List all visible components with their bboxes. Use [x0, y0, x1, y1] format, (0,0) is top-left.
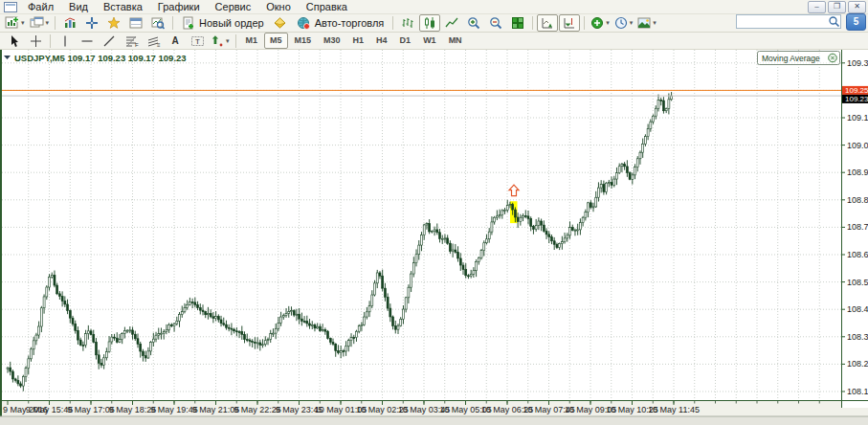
timeframe-m5-button[interactable]: M5: [264, 33, 288, 49]
menu-item-справка[interactable]: Справка: [299, 1, 355, 13]
timeframe-h1-button[interactable]: H1: [347, 33, 370, 49]
periods-clock-icon: [614, 16, 628, 30]
zoom-out-button[interactable]: [485, 14, 506, 32]
autotrading-button[interactable]: Авто-торговля: [292, 14, 389, 32]
trendline-button[interactable]: [99, 33, 120, 50]
channels-button[interactable]: ≡: [143, 33, 164, 50]
horizontal-line-button[interactable]: [77, 33, 98, 50]
timeframe-m15-button[interactable]: M15: [289, 33, 318, 49]
arrows-icon: [211, 34, 224, 48]
periods-dropdown[interactable]: ▾: [612, 14, 635, 32]
svg-text:9 May 21:05: 9 May 21:05: [192, 405, 240, 414]
search-icon[interactable]: [828, 15, 840, 28]
chart-shift-toggle[interactable]: [559, 14, 580, 32]
svg-text:109.15: 109.15: [847, 113, 868, 123]
arrows-dropdown[interactable]: ▾: [209, 33, 232, 50]
timeframe-m1-button[interactable]: M1: [240, 33, 264, 49]
strategy-tester-toggle[interactable]: [147, 14, 168, 32]
metaeditor-button[interactable]: [270, 14, 291, 32]
text-button[interactable]: A: [165, 33, 186, 50]
menu-item-вид[interactable]: Вид: [61, 1, 96, 13]
autotrading-icon: [297, 16, 311, 30]
svg-text:108.85: 108.85: [847, 195, 868, 205]
fibonacci-button[interactable]: F: [121, 33, 142, 50]
horizontal-line-icon: [80, 34, 94, 48]
mql5-community-button[interactable]: 5: [846, 13, 866, 31]
menu-item-файл[interactable]: Файл: [20, 1, 61, 13]
separator: [235, 34, 236, 48]
zoom-in-button[interactable]: [463, 14, 484, 32]
svg-text:9 May 17:05: 9 May 17:05: [67, 405, 115, 414]
new-chart-button[interactable]: ▾: [3, 14, 27, 32]
menu-item-сервис[interactable]: Сервис: [208, 1, 259, 13]
timeframe-d1-button[interactable]: D1: [394, 33, 417, 49]
chevron-down-icon: ▾: [653, 19, 657, 27]
market-watch-toggle[interactable]: [59, 14, 80, 32]
separator: [172, 16, 173, 30]
vertical-line-button[interactable]: [55, 33, 76, 50]
navigator-toggle[interactable]: [103, 14, 124, 32]
indicator-label: Moving Average: [762, 54, 820, 63]
timeframe-m30-button[interactable]: M30: [318, 33, 346, 49]
svg-text:T: T: [195, 37, 200, 46]
chevron-down-icon: ▾: [46, 19, 50, 27]
profiles-icon: [30, 16, 44, 30]
menu-item-окно[interactable]: Окно: [258, 1, 299, 13]
indicators-icon: [590, 16, 604, 30]
new-order-label: Новый ордер: [199, 17, 264, 29]
separator: [584, 16, 585, 30]
bar-chart-type-button[interactable]: [397, 14, 418, 32]
new-order-button[interactable]: Новый ордер: [177, 14, 269, 32]
minimize-button[interactable]: –: [808, 1, 826, 13]
line-chart-icon: [445, 16, 458, 30]
price-chart[interactable]: 109.35109.25109.15109.05108.95108.85108.…: [0, 50, 868, 425]
data-window-toggle[interactable]: [81, 14, 102, 32]
vertical-line-icon: [59, 34, 71, 48]
search-input[interactable]: [737, 15, 828, 28]
cursor-button[interactable]: [3, 33, 24, 50]
templates-dropdown[interactable]: ▾: [635, 14, 658, 32]
chevron-down-icon: ▾: [630, 19, 634, 27]
auto-scroll-toggle[interactable]: [537, 14, 558, 32]
separator: [392, 16, 393, 30]
svg-text:108.15: 108.15: [847, 387, 868, 396]
svg-text:108.65: 108.65: [847, 250, 868, 259]
separator: [55, 16, 56, 30]
crosshair-button[interactable]: [25, 33, 46, 50]
indicators-dropdown[interactable]: ▾: [589, 14, 612, 32]
chart-window-icon[interactable]: [4, 2, 17, 12]
crosshair-icon: [30, 34, 42, 48]
restore-button[interactable]: ❐: [828, 1, 846, 13]
terminal-toggle[interactable]: [125, 14, 146, 32]
svg-text:9 May 15:45: 9 May 15:45: [26, 405, 74, 414]
timeframe-w1-button[interactable]: W1: [417, 33, 442, 49]
menu-item-вставка[interactable]: Вставка: [96, 1, 150, 13]
svg-text:108.35: 108.35: [847, 332, 868, 342]
bar-chart-icon: [401, 16, 414, 30]
auto-scroll-icon: [541, 16, 554, 30]
close-button[interactable]: ✕: [848, 1, 866, 13]
text-label-button[interactable]: T: [187, 33, 208, 50]
line-chart-type-button[interactable]: [441, 14, 462, 32]
data-window-icon: [85, 16, 99, 30]
profiles-button[interactable]: ▾: [28, 14, 52, 32]
symbol-ohlc-text: USDJPY,M5 109.17 109.23 109.17 109.23: [14, 53, 187, 63]
bid-badge: 109.23: [842, 95, 868, 104]
menu-item-графики[interactable]: Графики: [150, 1, 208, 13]
strategy-tester-icon: [151, 16, 165, 30]
menu-items: ФайлВидВставкаГрафикиСервисОкноСправка: [20, 1, 355, 13]
new-order-icon: [182, 16, 195, 30]
menu-bar: ФайлВидВставкаГрафикиСервисОкноСправка –…: [0, 0, 868, 14]
window-controls: – ❐ ✕: [808, 1, 866, 13]
svg-text:108.45: 108.45: [847, 304, 868, 314]
timeframe-mn-button[interactable]: MN: [443, 33, 468, 49]
navigator-star-icon: [107, 16, 121, 30]
left-frame-line: [0, 50, 2, 416]
timeframe-h4-button[interactable]: H4: [370, 33, 393, 49]
fibonacci-icon: F: [124, 34, 139, 48]
tile-windows-button[interactable]: [507, 14, 528, 32]
candlestick-chart-type-button[interactable]: [419, 14, 440, 32]
zoom-out-icon: [489, 16, 502, 30]
ohlc-title[interactable]: USDJPY,M5 109.17 109.23 109.17 109.23: [4, 53, 187, 63]
status-strip: [0, 416, 868, 425]
